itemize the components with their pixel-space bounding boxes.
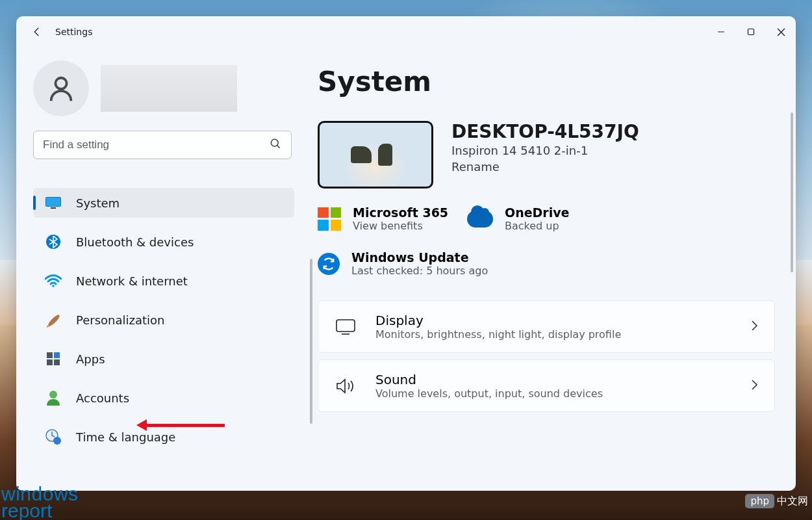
- annotation-arrow: [136, 419, 225, 431]
- svg-point-4: [55, 78, 66, 89]
- watermark-right: php 中文网: [745, 494, 808, 508]
- nav-list: System Bluetooth & devices Network & int…: [33, 188, 285, 452]
- settings-window: Settings: [16, 16, 796, 491]
- status-title: Windows Update: [351, 250, 488, 265]
- profile-block[interactable]: [33, 60, 285, 116]
- microsoft-logo-icon: [318, 207, 341, 231]
- search-box[interactable]: [33, 131, 292, 159]
- status-windows-update[interactable]: Windows Update Last checked: 5 hours ago: [318, 250, 649, 277]
- nav-item-bluetooth[interactable]: Bluetooth & devices: [33, 227, 294, 257]
- main-scrollbar[interactable]: [791, 112, 793, 272]
- svg-rect-15: [54, 359, 60, 365]
- nav-label: Personalization: [76, 313, 164, 327]
- display-icon: [334, 318, 357, 335]
- brush-icon: [45, 311, 62, 328]
- maximize-button[interactable]: [736, 19, 766, 45]
- nav-label: Apps: [76, 352, 105, 366]
- status-sub: Backed up: [505, 220, 570, 232]
- svg-rect-19: [336, 320, 355, 332]
- svg-point-5: [271, 139, 278, 146]
- nav-item-network[interactable]: Network & internet: [33, 266, 294, 296]
- minimize-button[interactable]: [706, 19, 736, 45]
- chevron-right-icon: [750, 378, 759, 394]
- card-title: Display: [375, 313, 621, 328]
- svg-rect-13: [54, 352, 60, 358]
- svg-rect-1: [748, 29, 754, 35]
- nav-item-apps[interactable]: Apps: [33, 344, 294, 374]
- nav-item-system[interactable]: System: [33, 188, 294, 218]
- sound-icon: [334, 378, 357, 395]
- sidebar: System Bluetooth & devices Network & int…: [16, 47, 296, 491]
- device-summary: DESKTOP-4L537JQ Inspiron 14 5410 2-in-1 …: [318, 121, 775, 188]
- watermark-left: windows report: [1, 486, 79, 519]
- main-content: System DESKTOP-4L537JQ Inspiron 14 5410 …: [296, 47, 796, 491]
- nav-label: Bluetooth & devices: [76, 235, 194, 249]
- svg-rect-14: [47, 359, 53, 365]
- wifi-icon: [45, 272, 62, 289]
- svg-rect-12: [47, 352, 53, 358]
- clock-globe-icon: [45, 428, 62, 445]
- cloud-icon: [467, 211, 493, 228]
- nav-label: Time & language: [76, 430, 175, 444]
- status-onedrive[interactable]: OneDrive Backed up: [467, 205, 649, 232]
- sync-icon: [318, 253, 340, 275]
- status-m365[interactable]: Microsoft 365 View benefits: [318, 205, 461, 232]
- close-button[interactable]: [766, 19, 796, 45]
- device-model: Inspiron 14 5410 2-in-1: [451, 144, 639, 157]
- nav-label: System: [76, 196, 120, 210]
- card-sound[interactable]: Sound Volume levels, output, input, soun…: [318, 359, 775, 412]
- status-sub: View benefits: [353, 220, 448, 232]
- search-input[interactable]: [43, 138, 269, 151]
- rename-link[interactable]: Rename: [451, 160, 639, 174]
- page-title: System: [318, 66, 775, 98]
- svg-point-11: [52, 285, 55, 287]
- card-display[interactable]: Display Monitors, brightness, night ligh…: [318, 300, 775, 353]
- svg-rect-9: [51, 207, 56, 209]
- card-title: Sound: [375, 372, 603, 387]
- nav-label: Accounts: [76, 391, 129, 405]
- accounts-icon: [45, 389, 62, 406]
- nav-label: Network & internet: [76, 274, 188, 288]
- card-subtitle: Volume levels, output, input, sound devi…: [375, 387, 603, 400]
- device-thumbnail[interactable]: [318, 121, 433, 188]
- search-icon: [269, 137, 282, 153]
- device-name: DESKTOP-4L537JQ: [451, 121, 639, 142]
- profile-name-placeholder: [101, 65, 237, 112]
- apps-icon: [45, 350, 62, 367]
- monitor-icon: [45, 194, 62, 211]
- nav-item-accounts[interactable]: Accounts: [33, 383, 294, 413]
- svg-line-6: [277, 146, 280, 148]
- status-sub: Last checked: 5 hours ago: [351, 265, 488, 277]
- status-title: Microsoft 365: [353, 205, 448, 220]
- avatar-icon: [33, 60, 89, 116]
- svg-point-16: [49, 391, 57, 398]
- svg-rect-8: [46, 198, 60, 206]
- back-button[interactable]: [27, 21, 47, 42]
- window-title: Settings: [55, 27, 92, 37]
- nav-item-personalization[interactable]: Personalization: [33, 305, 294, 335]
- titlebar: Settings: [16, 16, 796, 47]
- bluetooth-icon: [45, 233, 62, 250]
- card-subtitle: Monitors, brightness, night light, displ…: [375, 328, 621, 341]
- chevron-right-icon: [750, 319, 759, 335]
- status-title: OneDrive: [505, 205, 570, 220]
- svg-point-18: [53, 437, 61, 445]
